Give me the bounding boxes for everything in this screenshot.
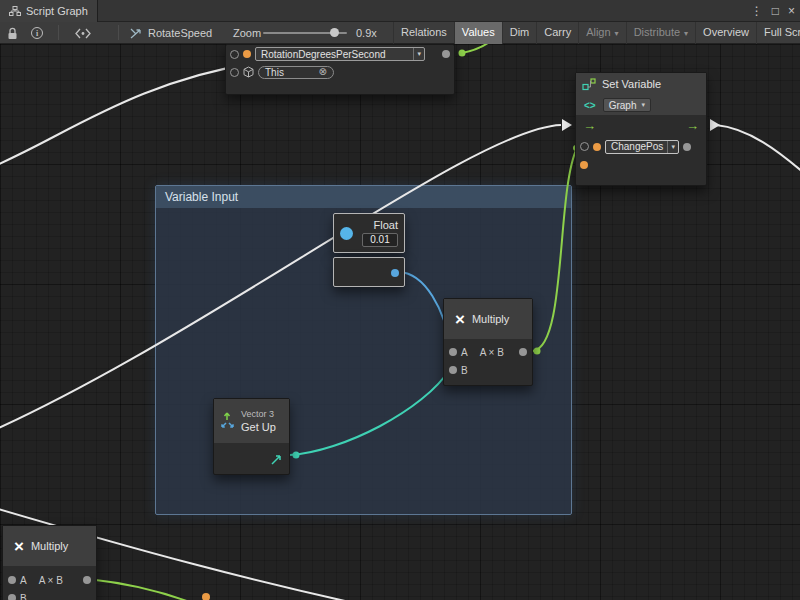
align-button[interactable]: Align▾: [578, 22, 625, 44]
chevron-down-icon: ▾: [684, 29, 688, 38]
toolbar-buttons: Relations Values Dim Carry Align▾ Distri…: [393, 22, 800, 44]
ports-button[interactable]: [74, 22, 92, 44]
variable-name-row: RotationDegreesPerSecond ▾: [226, 45, 454, 63]
vector3-axes-icon: [220, 411, 235, 431]
orange-port-dot[interactable]: [202, 593, 210, 600]
info-icon: i: [31, 27, 43, 39]
input-port-a[interactable]: [449, 348, 457, 356]
input-port-a[interactable]: [8, 576, 16, 584]
lock-button[interactable]: [7, 22, 18, 44]
node-title: Set Variable: [602, 78, 661, 90]
graph-variable-icon: <>: [584, 100, 596, 111]
target-row: This ⊗: [226, 63, 454, 81]
null-target-icon: ⊗: [319, 67, 327, 77]
value-wire-green[interactable]: [462, 44, 494, 53]
graph-icon: [9, 6, 21, 16]
variable-type-dot: [243, 50, 251, 58]
node-float-header[interactable]: Float 0.01: [333, 213, 405, 253]
input-port[interactable]: [230, 50, 239, 59]
chevron-down-icon: ▾: [667, 141, 678, 153]
script-graph-window: Script Graph ⋮ □ × i: [0, 0, 800, 600]
value-wire-green[interactable]: [88, 579, 218, 600]
window-menu-icon[interactable]: ⋮: [751, 0, 763, 22]
node-float-body[interactable]: [333, 257, 405, 287]
input-port-b[interactable]: [449, 366, 457, 374]
target-self-field[interactable]: This ⊗: [258, 66, 334, 79]
multiply-icon: ×: [455, 311, 465, 328]
carry-button[interactable]: Carry: [536, 22, 578, 44]
values-button[interactable]: Values: [454, 22, 502, 44]
flow-ports-row: → →: [576, 115, 706, 137]
graph-name: RotateSpeed: [148, 27, 212, 39]
graph-canvas[interactable]: Variable Input: [0, 44, 800, 600]
node-multiply-2[interactable]: × Multiply A A × B B: [2, 525, 97, 600]
node-type-label: Vector 3: [241, 409, 276, 419]
flow-wire[interactable]: [0, 62, 260, 170]
node-set-variable[interactable]: Set Variable <> Graph ▾ → → ChangePos ▾: [575, 72, 707, 186]
node-title: Multiply: [472, 313, 509, 325]
node-get-up[interactable]: Vector 3 Get Up: [213, 398, 290, 475]
variable-name-dropdown[interactable]: RotationDegreesPerSecond ▾: [255, 47, 425, 61]
node-title: Multiply: [31, 540, 68, 552]
variable-name-row: ChangePos ▾: [576, 137, 706, 156]
zoom-slider-knob[interactable]: [330, 28, 339, 37]
flow-in-arrow-icon[interactable]: →: [583, 118, 596, 134]
input-port-b[interactable]: [8, 594, 16, 600]
graph-toolbar: i RotateSpeed Zoom 0.9x Relations: [0, 22, 800, 44]
chevron-down-icon: ▾: [615, 29, 619, 38]
title-bar: Script Graph ⋮ □ ×: [0, 0, 800, 22]
output-port[interactable]: [83, 576, 91, 584]
group-header[interactable]: Variable Input: [156, 186, 571, 208]
vector-output-icon[interactable]: [270, 453, 283, 466]
fullscreen-button[interactable]: Full Screen: [756, 22, 800, 44]
node-get-variable[interactable]: RotationDegreesPerSecond ▾ This ⊗: [225, 44, 455, 95]
chevron-down-icon: ▾: [413, 48, 424, 60]
maximize-icon[interactable]: □: [772, 0, 779, 22]
node-header[interactable]: Set Variable: [576, 73, 706, 95]
script-graph-asset-icon: [130, 28, 143, 39]
flow-output-triangle[interactable]: [710, 119, 720, 131]
chevron-down-icon: ▾: [641, 101, 645, 109]
port-row-a: A A × B: [444, 343, 532, 361]
set-variable-icon: [582, 78, 596, 91]
flow-wire[interactable]: [716, 125, 800, 180]
zoom-value: 0.9x: [356, 22, 377, 44]
kind-dropdown[interactable]: Graph ▾: [603, 98, 651, 112]
node-header[interactable]: Vector 3 Get Up: [214, 399, 289, 443]
port-row-a: A A × B: [3, 571, 96, 589]
float-output-port[interactable]: [391, 269, 399, 277]
dim-button[interactable]: Dim: [502, 22, 537, 44]
input-port[interactable]: [580, 142, 589, 151]
window-controls: ⋮ □ ×: [751, 0, 795, 22]
graph-breadcrumb[interactable]: RotateSpeed: [130, 22, 212, 44]
inspect-button[interactable]: i: [31, 22, 43, 44]
toolbar-separator: [118, 25, 119, 40]
value-input-row: [576, 156, 706, 174]
float-value-field[interactable]: 0.01: [362, 233, 398, 247]
multiply-icon: ×: [14, 538, 24, 555]
close-icon[interactable]: ×: [788, 0, 795, 22]
float-type-icon: [340, 227, 353, 240]
relations-button[interactable]: Relations: [393, 22, 454, 44]
input-port[interactable]: [230, 68, 239, 77]
port-row-b: B: [444, 361, 532, 379]
node-title: Get Up: [241, 421, 276, 433]
variable-name-dropdown[interactable]: ChangePos ▾: [605, 140, 679, 154]
tab-script-graph[interactable]: Script Graph: [0, 0, 98, 22]
output-port[interactable]: [683, 143, 691, 151]
node-header[interactable]: × Multiply: [3, 526, 96, 566]
distribute-button[interactable]: Distribute▾: [626, 22, 695, 44]
output-port[interactable]: [442, 50, 450, 58]
node-header[interactable]: × Multiply: [444, 299, 532, 339]
node-multiply[interactable]: × Multiply A A × B B: [443, 298, 533, 386]
output-port[interactable]: [519, 348, 527, 356]
overview-button[interactable]: Overview: [695, 22, 756, 44]
angle-brackets-icon: [74, 28, 92, 39]
flow-input-triangle[interactable]: [562, 119, 572, 131]
value-input-port[interactable]: [580, 161, 588, 169]
gameobject-cube-icon: [243, 66, 254, 78]
group-title: Variable Input: [165, 190, 238, 204]
variable-kind-row: <> Graph ▾: [576, 95, 706, 115]
flow-out-arrow-icon[interactable]: →: [686, 118, 699, 134]
port-row-b: B: [3, 589, 96, 600]
